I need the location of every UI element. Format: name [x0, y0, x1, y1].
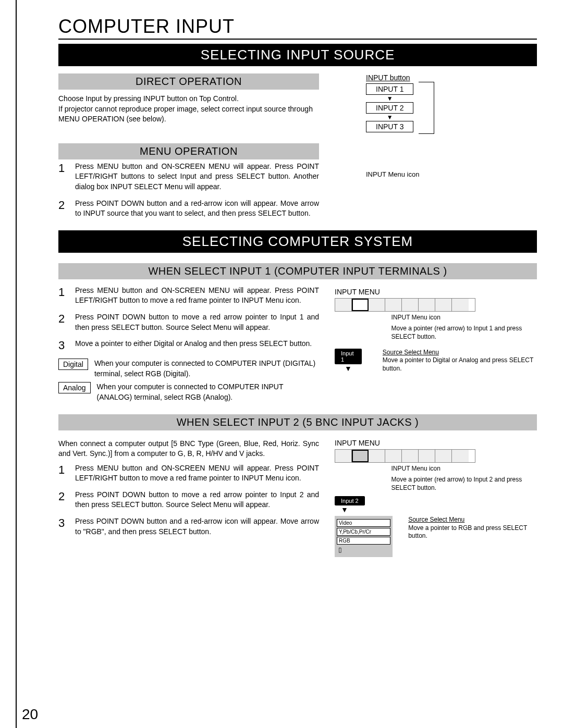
menu-bar [335, 449, 475, 463]
input-3-box: INPUT 3 [366, 121, 413, 132]
title-rule [58, 39, 537, 40]
step-1: 1Press MENU button and ON-SCREEN MENU wi… [58, 463, 319, 484]
option-digital-text: When your computer is connected to COMPU… [94, 359, 319, 379]
option-analog-text: When your computer is connected to COMPU… [97, 382, 319, 402]
submenu-item: RGB [337, 537, 390, 545]
source-select-menu-label: Source Select Menu [408, 516, 537, 524]
input-button-label: INPUT button [366, 73, 537, 82]
direct-operation-text: Choose Input by pressing INPUT button on… [58, 94, 319, 125]
input-2-box: INPUT 2 [366, 102, 413, 114]
option-analog-label: Analog [58, 382, 91, 393]
input1-tab: Input 1 [335, 349, 362, 364]
pointer-note: Move a pointer (red arrow) to Input 1 an… [391, 325, 537, 341]
input-button-diagram-col: INPUT button INPUT 1 ▼ INPUT 2 ▼ INPUT 3… [335, 73, 537, 225]
chevron-down-icon: ▼ [335, 364, 362, 373]
section-selecting-input-source: SELECTING INPUT SOURCE [58, 44, 537, 66]
heading-menu-operation: MENU OPERATION [58, 143, 319, 159]
menu-bar [335, 298, 475, 312]
option-analog-row: Analog When your computer is connected t… [58, 382, 319, 402]
step-1: 1Press MENU button and ON-SCREEN MENU wi… [58, 286, 319, 306]
option-digital-row: Digital When your computer is connected … [58, 359, 319, 379]
heading-direct-operation: DIRECT OPERATION [58, 73, 319, 90]
chevron-down-icon: ▼ [387, 96, 393, 101]
step-3: 3Press POINT DOWN button and a red-arrow… [58, 516, 319, 537]
input-menu-icon-caption: INPUT Menu icon [366, 170, 537, 178]
pointer-note: Move a pointer (red arrow) to Input 2 an… [391, 476, 537, 492]
input-menu-title: INPUT MENU [335, 288, 537, 296]
section-selecting-computer-system: SELECTING COMPUTER SYSTEM [58, 230, 537, 253]
submenu-item: Video [337, 519, 390, 527]
option-digital-label: Digital [58, 359, 88, 370]
step-2: 2Press POINT DOWN button to move a red a… [58, 312, 319, 332]
source-select-submenu: Video Y,Pb/Cb,Pr/Cr RGB ▯ [335, 516, 393, 557]
input1-diagram: INPUT MENU INPUT Menu icon Move a pointe… [335, 288, 537, 406]
heading-when-select-input-1: WHEN SELECT INPUT 1 (COMPUTER INPUT TERM… [58, 263, 537, 279]
step-1: 1Press MENU button and ON-SCREEN MENU wi… [58, 162, 319, 192]
source-select-note: Move a pointer to Digital or Analog and … [383, 356, 537, 373]
input1-steps: 1Press MENU button and ON-SCREEN MENU wi… [58, 286, 319, 352]
page-title: COMPUTER INPUT [58, 16, 537, 38]
input2-steps-col: When connect a computer output [5 BNC Ty… [58, 435, 319, 558]
input2-diagram: INPUT MENU INPUT Menu icon Move a pointe… [335, 439, 537, 558]
step-3: 3Move a pointer to either Digital or Ana… [58, 339, 319, 352]
chevron-down-icon: ▼ [341, 505, 537, 514]
direct-operation-col: DIRECT OPERATION Choose Input by pressin… [58, 73, 319, 225]
page-number: 20 [22, 706, 38, 723]
input2-tab: Input 2 [335, 496, 365, 505]
input-cycle-diagram: INPUT 1 ▼ INPUT 2 ▼ INPUT 3 [366, 82, 413, 134]
source-select-menu-label: Source Select Menu [383, 349, 537, 357]
step-2: 2Press POINT DOWN button to move a red a… [58, 490, 319, 510]
menu-operation-steps: 1Press MENU button and ON-SCREEN MENU wi… [58, 162, 319, 219]
page: COMPUTER INPUT SELECTING INPUT SOURCE DI… [16, 0, 563, 728]
step-2: 2Press POINT DOWN button and a red-arrow… [58, 199, 319, 219]
input1-steps-col: 1Press MENU button and ON-SCREEN MENU wi… [58, 283, 319, 406]
input-menu-title: INPUT MENU [335, 439, 537, 447]
input-1-box: INPUT 1 [366, 83, 413, 95]
input-menu-icon-note: INPUT Menu icon [391, 314, 537, 322]
input-menu-icon-note: INPUT Menu icon [391, 465, 537, 473]
cycle-bracket [419, 82, 434, 134]
heading-when-select-input-2: WHEN SELECT INPUT 2 (5 BNC INPUT JACKS ) [58, 414, 537, 430]
submenu-item: Y,Pb/Cb,Pr/Cr [337, 528, 390, 536]
input2-steps: 1Press MENU button and ON-SCREEN MENU wi… [58, 463, 319, 537]
chevron-down-icon: ▼ [387, 115, 393, 119]
input2-intro: When connect a computer output [5 BNC Ty… [58, 439, 319, 459]
source-select-note: Move a pointer to RGB and press SELECT b… [408, 524, 537, 540]
